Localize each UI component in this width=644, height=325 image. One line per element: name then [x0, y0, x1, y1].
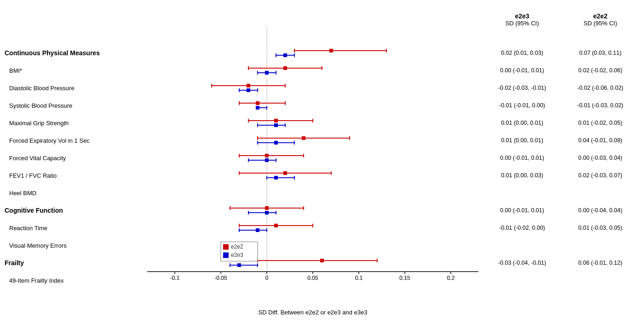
svg-text:0: 0 — [265, 275, 269, 281]
e2e2-value: 0.04 (-0.01, 0.09) — [564, 137, 637, 144]
svg-rect-172 — [274, 141, 278, 145]
e2e2-value: -0.02 (-0.06, 0.02) — [564, 85, 637, 91]
measure-label: 49-Item Frailty Index — [5, 272, 143, 289]
svg-rect-192 — [265, 206, 269, 210]
chart-area: -0.1-0.0500.050.10.150.2e2e2e2e3-0.1-0.0… — [143, 9, 483, 316]
svg-rect-128 — [329, 49, 333, 52]
svg-rect-176 — [265, 154, 269, 157]
right-value-row: -0.02 (-0.03, -0.01)-0.02 (-0.06, 0.02) — [483, 79, 639, 97]
measure-label: Systolic Blood Pressure — [5, 97, 143, 114]
svg-text:0.15: 0.15 — [399, 275, 410, 281]
plot-container: -0.1-0.0500.050.10.150.2e2e2e2e3-0.1-0.0… — [143, 27, 483, 308]
e2e2-col-header: e2e2 SD (95% CI) — [564, 12, 637, 27]
right-value-row: 0.01 (0.00, 0.01)0.01 (-0.02, 0.05) — [483, 114, 639, 132]
svg-text:e2e2: e2e2 — [231, 244, 243, 250]
measure-label: FEV1 / FVC Ratio — [5, 167, 143, 184]
e2e3-value: 0.00 (-0.01, 0.01) — [485, 67, 559, 74]
section-label: Continuous Physical Measures — [5, 44, 143, 62]
svg-rect-148 — [247, 88, 250, 92]
measure-label: Forced Expiratory Vol in 1 Sec — [5, 132, 143, 149]
e2e3-value: -0.01 (-0.01, 0.00) — [485, 102, 559, 109]
svg-rect-200 — [274, 224, 278, 227]
svg-rect-156 — [256, 106, 259, 110]
e2e3-value: -0.02 (-0.03, -0.01) — [485, 85, 559, 91]
right-value-row: 0.00 (-0.01, 0.01)0.02 (-0.02, 0.06) — [483, 62, 639, 79]
svg-rect-160 — [274, 119, 278, 122]
section-label: Cognitive Function — [5, 202, 143, 219]
e2e2-value: 0.06 (-0.01, 0.12) — [564, 260, 637, 266]
e2e3-value: 0.02 (0.01, 0.03) — [485, 50, 559, 56]
e2e3-value: 0.00 (-0.01, 0.01) — [485, 155, 559, 161]
e2e2-value: 0.02 (-0.02, 0.06) — [564, 67, 637, 74]
svg-text:0.2: 0.2 — [447, 275, 455, 281]
forest-plot-svg: -0.1-0.0500.050.10.150.2e2e2e2e3-0.1-0.0… — [143, 27, 483, 290]
e2e3-value: -0.03 (-0.04, -0.01) — [485, 260, 559, 266]
e2e3-value: 0.01 (0.00, 0.03) — [485, 172, 559, 179]
right-value-row: 0.01 (0.00, 0.01)0.04 (-0.01, 0.09) — [483, 132, 639, 149]
right-value-row — [483, 184, 639, 202]
svg-text:-0.1: -0.1 — [170, 275, 180, 281]
e2e3-value: -0.01 (-0.02, 0.00) — [485, 225, 559, 231]
measure-label: Maximal Grip Strength — [5, 114, 143, 132]
svg-text:e2e3: e2e3 — [231, 252, 243, 258]
svg-rect-204 — [256, 228, 259, 232]
svg-rect-216 — [223, 252, 229, 258]
svg-rect-132 — [283, 53, 287, 57]
svg-rect-152 — [256, 101, 259, 105]
svg-rect-188 — [274, 176, 278, 180]
left-labels: Continuous Physical MeasuresBMI*Diastoli… — [5, 9, 143, 316]
right-value-row — [483, 27, 639, 44]
e2e3-value: 0.01 (0.00, 0.01) — [485, 137, 559, 144]
svg-text:0.1: 0.1 — [355, 275, 363, 281]
e2e3-value: 0.01 (0.00, 0.01) — [485, 120, 559, 126]
svg-text:0.05: 0.05 — [307, 275, 318, 281]
e2e2-value: 0.02 (-0.03, 0.07) — [564, 172, 637, 179]
xaxis-label: SD Diff. Between e2e2 or e2e3 and e3e3 — [143, 309, 483, 316]
svg-rect-144 — [247, 84, 250, 87]
svg-rect-168 — [302, 136, 305, 140]
right-value-row: 0.02 (0.01, 0.03)0.07 (0.03, 0.11) — [483, 44, 639, 62]
svg-rect-136 — [283, 66, 287, 70]
measure-label: Forced Vital Capacity — [5, 149, 143, 167]
e2e3-col-header: e2e3 SD (95% CI) — [485, 12, 559, 27]
right-value-row: 0.00 (-0.01, 0.01)0.00 (-0.03, 0.04) — [483, 149, 639, 167]
svg-rect-180 — [265, 158, 269, 162]
svg-rect-196 — [265, 211, 269, 215]
e2e2-value: 0.01 (-0.02, 0.05) — [564, 120, 637, 126]
right-header: e2e3 SD (95% CI) e2e2 SD (95% CI) — [483, 9, 639, 27]
svg-text:-0.05: -0.05 — [214, 275, 227, 281]
e2e2-value: 0.07 (0.03, 0.11) — [564, 50, 637, 56]
measure-label: Visual Memory Errors — [5, 237, 143, 254]
svg-rect-164 — [274, 123, 278, 127]
right-value-row: -0.01 (-0.02, 0.00)0.01 (-0.03, 0.05) — [483, 219, 639, 237]
measure-label: Diastolic Blood Pressure — [5, 79, 143, 97]
e2e2-value: -0.01 (-0.03, 0.02) — [564, 102, 637, 109]
section-label: Frailty — [5, 254, 143, 272]
right-values: e2e3 SD (95% CI) e2e2 SD (95% CI) 0.02 (… — [483, 9, 639, 316]
svg-rect-214 — [223, 244, 229, 250]
right-value-row: 0.00 (-0.01, 0.01)0.00 (-0.04, 0.04) — [483, 202, 639, 219]
right-value-row: -0.03 (-0.04, -0.01)0.06 (-0.01, 0.12) — [483, 254, 639, 272]
main-container: Continuous Physical MeasuresBMI*Diastoli… — [0, 0, 644, 325]
e2e2-value: 0.00 (-0.04, 0.04) — [564, 207, 637, 214]
e2e3-value: 0.00 (-0.01, 0.01) — [485, 207, 559, 214]
svg-rect-140 — [265, 71, 269, 75]
svg-rect-212 — [237, 263, 241, 267]
measure-label: BMI* — [5, 62, 143, 79]
e2e2-value: 0.01 (-0.03, 0.05) — [564, 225, 637, 231]
svg-rect-208 — [320, 259, 324, 262]
e2e2-value: 0.00 (-0.03, 0.04) — [564, 155, 637, 161]
svg-rect-184 — [283, 171, 287, 175]
measure-label: Heel BMD — [5, 184, 143, 202]
measure-label: Reaction Time — [5, 219, 143, 237]
right-value-row: 0.01 (0.00, 0.03)0.02 (-0.03, 0.07) — [483, 167, 639, 184]
right-value-row: -0.01 (-0.01, 0.00)-0.01 (-0.03, 0.02) — [483, 97, 639, 114]
right-value-row — [483, 237, 639, 254]
